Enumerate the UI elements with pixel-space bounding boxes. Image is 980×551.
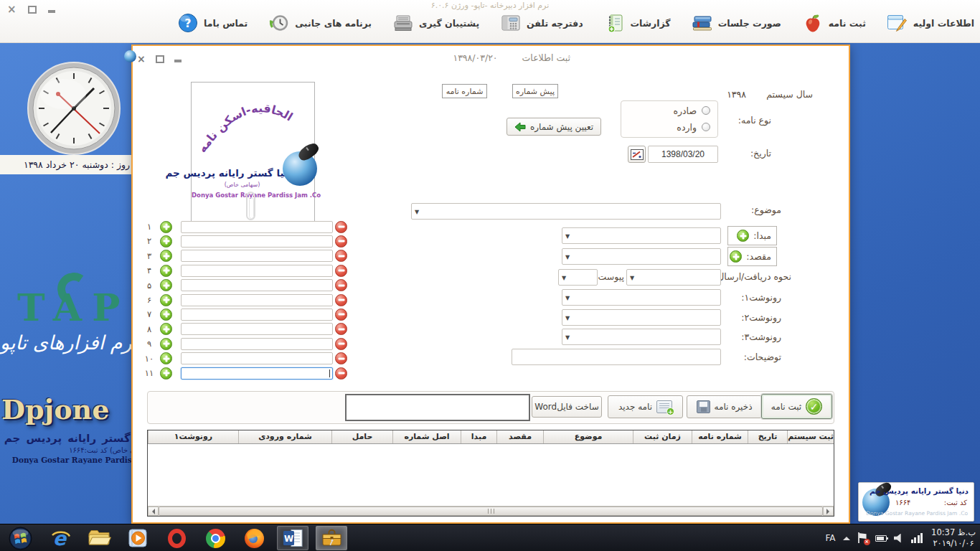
- scroll-left-button[interactable]: [148, 507, 159, 516]
- make-word-file-button[interactable]: ساخت فایلWord: [532, 396, 602, 418]
- column-header[interactable]: اصل شماره: [392, 430, 461, 443]
- attachment-input[interactable]: [181, 338, 333, 350]
- column-header[interactable]: ثبت سیستم: [787, 430, 834, 443]
- taskbar-app-file-explorer[interactable]: [83, 526, 115, 550]
- close-icon[interactable]: ×: [7, 4, 17, 14]
- attachment-input[interactable]: [181, 294, 333, 306]
- add-attachment-icon[interactable]: [160, 235, 172, 248]
- add-attachment-icon[interactable]: [160, 250, 172, 262]
- attachment-input[interactable]: [181, 250, 333, 262]
- remove-attachment-icon[interactable]: [335, 279, 347, 291]
- taskbar-app-chrome[interactable]: [199, 526, 231, 550]
- radio-icon[interactable]: [702, 106, 710, 115]
- radio-icon[interactable]: [702, 123, 710, 131]
- remove-attachment-icon[interactable]: [335, 294, 347, 306]
- toolbar-item-meeting-minutes[interactable]: صورت جلسات: [689, 11, 783, 34]
- receive-method-combobox[interactable]: ▼: [626, 269, 721, 286]
- remove-attachment-icon[interactable]: [335, 367, 347, 380]
- attachment-input[interactable]: [181, 279, 333, 291]
- add-attachment-icon[interactable]: [160, 352, 172, 364]
- date-input[interactable]: [648, 146, 718, 163]
- column-header[interactable]: موضوع: [543, 430, 633, 443]
- toolbar-item-backup[interactable]: پشتیبان گیری: [390, 11, 481, 34]
- close-icon[interactable]: ×: [137, 54, 146, 64]
- notes-input[interactable]: [512, 349, 721, 365]
- column-header[interactable]: شماره ورودی: [238, 430, 331, 443]
- toolbar-item-basic-info[interactable]: اطلاعات اولیه: [885, 11, 976, 34]
- attachment-input[interactable]: [181, 309, 333, 321]
- add-attachment-icon[interactable]: [160, 221, 172, 233]
- attachment-input[interactable]: [181, 323, 333, 335]
- new-letter-button[interactable]: نامه جدید +: [608, 395, 683, 418]
- restore-icon[interactable]: [156, 55, 164, 63]
- remove-attachment-icon[interactable]: [335, 221, 347, 233]
- remove-attachment-icon[interactable]: [335, 352, 347, 364]
- add-attachment-icon[interactable]: [160, 338, 172, 350]
- horizontal-scrollbar[interactable]: [148, 506, 834, 516]
- attachment-input[interactable]: [181, 367, 333, 380]
- remove-attachment-icon[interactable]: [335, 338, 347, 350]
- taskbar-app-letter-app[interactable]: [316, 526, 347, 550]
- destination-combobox[interactable]: ▼: [562, 248, 721, 265]
- copy3-combobox[interactable]: ▼: [562, 329, 721, 345]
- scroll-right-button[interactable]: [823, 507, 834, 516]
- action-center-icon[interactable]: ×: [857, 532, 868, 544]
- radio-incoming[interactable]: وارده: [621, 118, 717, 134]
- battery-icon[interactable]: [875, 535, 887, 542]
- add-attachment-icon[interactable]: [160, 367, 172, 380]
- taskbar-clock[interactable]: ب.ظ 10:37 ۲۰۱۹/۱۰/۰۶: [931, 527, 976, 549]
- taskbar-app-opera[interactable]: [161, 526, 192, 550]
- restore-icon[interactable]: [28, 6, 37, 14]
- column-header[interactable]: شماره نامه: [692, 430, 748, 443]
- save-letter-button[interactable]: ذخیره نامه: [687, 395, 762, 418]
- add-origin-icon[interactable]: [737, 230, 749, 242]
- add-destination-icon[interactable]: [730, 250, 742, 263]
- add-attachment-icon[interactable]: [160, 279, 172, 291]
- column-header[interactable]: تاریخ: [748, 430, 787, 443]
- copy2-combobox[interactable]: ▼: [562, 309, 721, 326]
- language-indicator[interactable]: FA: [826, 533, 836, 543]
- attachment-input[interactable]: [181, 235, 333, 248]
- taskbar-app-start[interactable]: [3, 526, 37, 550]
- subject-combobox[interactable]: ▼: [411, 203, 721, 220]
- remove-attachment-icon[interactable]: [335, 235, 347, 248]
- taskbar-app-media-player[interactable]: [122, 526, 154, 550]
- column-header[interactable]: مقصد: [496, 430, 543, 443]
- attachment-input[interactable]: [181, 352, 333, 364]
- copy1-combobox[interactable]: ▼: [562, 289, 721, 306]
- quick-entry-box[interactable]: [345, 394, 530, 421]
- remove-attachment-icon[interactable]: [335, 323, 347, 335]
- toolbar-item-contact-us[interactable]: ?تماس باما: [175, 11, 249, 34]
- remove-attachment-icon[interactable]: [335, 250, 347, 262]
- minimize-icon[interactable]: [174, 60, 182, 62]
- add-attachment-icon[interactable]: [160, 309, 172, 321]
- calendar-button[interactable]: [628, 146, 646, 163]
- toolbar-item-register-letter[interactable]: ثبت نامه: [800, 11, 867, 34]
- radio-outgoing[interactable]: صادره: [621, 101, 717, 118]
- scrollbar-thumb[interactable]: [159, 507, 823, 516]
- add-attachment-icon[interactable]: [160, 294, 172, 306]
- taskbar-app-firefox[interactable]: [238, 526, 270, 550]
- add-attachment-icon[interactable]: [160, 323, 172, 335]
- attachment-input[interactable]: [181, 265, 333, 277]
- set-pre-number-button[interactable]: تعیین پیش شماره: [507, 118, 601, 136]
- speaker-icon[interactable]: [894, 534, 904, 543]
- minimize-icon[interactable]: [48, 10, 55, 13]
- taskbar-app-word[interactable]: W: [277, 526, 308, 550]
- toolbar-item-phone-book[interactable]: دفترچه تلفن: [498, 11, 584, 34]
- column-header[interactable]: حامل: [331, 430, 392, 443]
- column-header[interactable]: زمان ثبت: [633, 430, 692, 443]
- attachment-combobox[interactable]: ▼: [558, 269, 598, 286]
- submit-letter-button[interactable]: ثبت نامه: [761, 394, 832, 419]
- toolbar-item-side-programs[interactable]: برنامه های جانبی: [266, 11, 373, 34]
- network-signal-icon[interactable]: [911, 533, 923, 543]
- add-attachment-icon[interactable]: [160, 265, 172, 277]
- remove-attachment-icon[interactable]: [335, 265, 347, 277]
- column-header[interactable]: رونوشت۱: [148, 430, 238, 443]
- column-header[interactable]: مبدا: [461, 430, 496, 443]
- toolbar-item-reports[interactable]: گزارشات: [602, 11, 672, 34]
- taskbar-app-internet-explorer[interactable]: e: [44, 526, 76, 550]
- hidden-icons-chevron[interactable]: [843, 533, 850, 540]
- remove-attachment-icon[interactable]: [335, 309, 347, 321]
- table-body[interactable]: [148, 444, 834, 506]
